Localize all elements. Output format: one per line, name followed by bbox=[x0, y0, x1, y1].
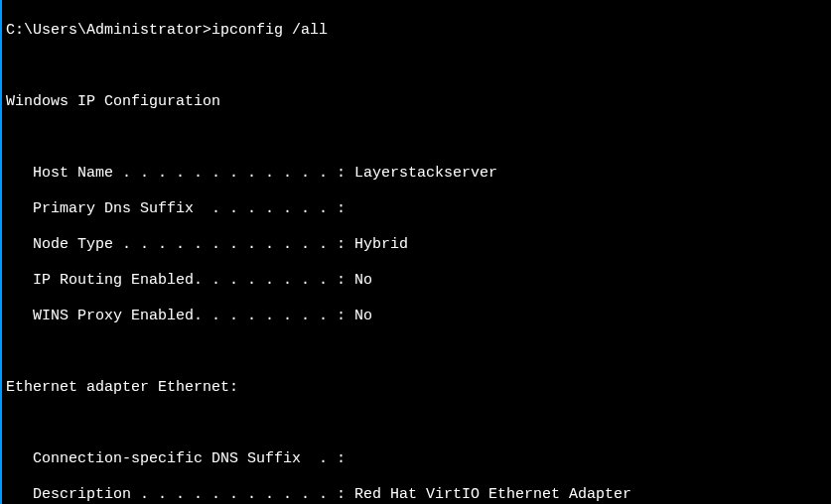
terminal-output[interactable]: C:\Users\Administrator>ipconfig /all Win… bbox=[2, 0, 725, 504]
field-primary-dns-suffix: Primary Dns Suffix . . . . . . . : bbox=[6, 200, 721, 218]
field-description: Description . . . . . . . . . . . : Red … bbox=[6, 486, 721, 504]
blank-line bbox=[6, 129, 721, 147]
section-header: Ethernet adapter Ethernet: bbox=[6, 379, 721, 397]
blank-line bbox=[6, 415, 721, 433]
field-wins-proxy: WINS Proxy Enabled. . . . . . . . : No bbox=[6, 308, 721, 325]
blank-line bbox=[6, 343, 721, 361]
blank-line bbox=[6, 58, 721, 75]
field-host-name: Host Name . . . . . . . . . . . . : Laye… bbox=[6, 165, 721, 183]
field-connection-suffix: Connection-specific DNS Suffix . : bbox=[6, 450, 721, 468]
field-ip-routing: IP Routing Enabled. . . . . . . . : No bbox=[6, 272, 721, 290]
command-prompt-line: C:\Users\Administrator>ipconfig /all bbox=[6, 22, 721, 40]
field-node-type: Node Type . . . . . . . . . . . . : Hybr… bbox=[6, 236, 721, 254]
section-header: Windows IP Configuration bbox=[6, 93, 721, 111]
